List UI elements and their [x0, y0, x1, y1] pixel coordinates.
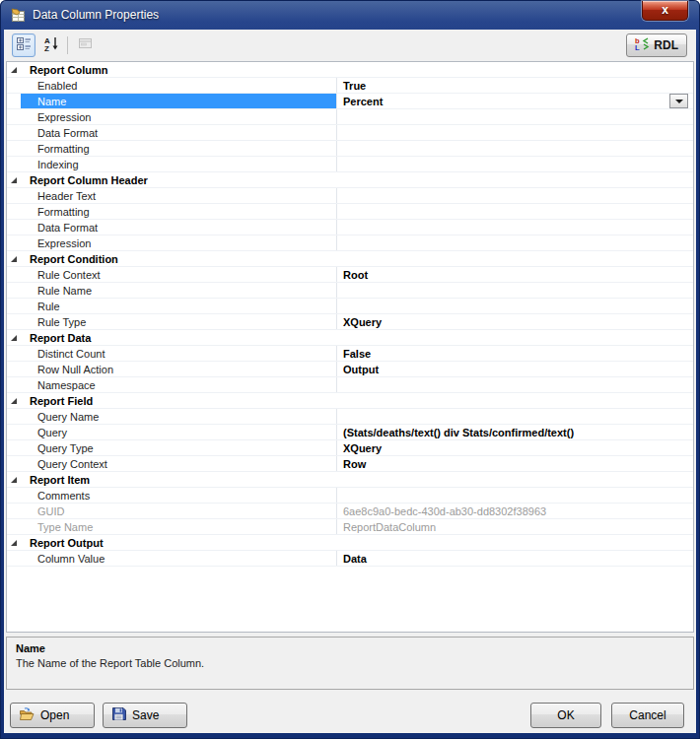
category-gutter — [7, 172, 21, 187]
property-value[interactable]: Root — [337, 267, 693, 282]
rdl-button-label: RDL — [654, 38, 678, 52]
property-row-distinct-count[interactable]: Distinct CountFalse — [7, 346, 693, 362]
property-grid[interactable]: Report ColumnEnabledTrueNamePercentExpre… — [6, 61, 694, 633]
property-row-query-context[interactable]: Query ContextRow — [7, 456, 693, 472]
expander-triangle-icon — [11, 398, 17, 404]
row-gutter — [7, 551, 21, 566]
row-gutter — [7, 78, 21, 93]
property-value[interactable] — [337, 125, 693, 140]
property-value[interactable]: XQuery — [337, 440, 693, 455]
property-label: Rule Context — [21, 267, 337, 282]
property-row-row-null-action[interactable]: Row Null ActionOutput — [7, 362, 693, 377]
category-gutter — [7, 62, 21, 77]
property-value[interactable]: 6ae8c9a0-bedc-430d-ab30-dd8302f38963 — [337, 504, 693, 518]
property-value[interactable]: Row — [337, 456, 693, 471]
category-row-report-data[interactable]: Report Data — [7, 330, 693, 346]
row-gutter — [7, 141, 21, 156]
property-label: Expression — [21, 235, 337, 250]
property-row-name[interactable]: NamePercent — [7, 94, 693, 109]
property-row-rule[interactable]: Rule — [7, 299, 693, 314]
property-label: Formatting — [21, 141, 337, 156]
property-row-namespace[interactable]: Namespace — [7, 377, 693, 393]
property-row-data-format[interactable]: Data Format — [7, 220, 693, 235]
category-row-report-condition[interactable]: Report Condition — [7, 251, 693, 267]
category-row-report-field[interactable]: Report Field — [7, 393, 693, 409]
property-row-expression[interactable]: Expression — [7, 109, 693, 125]
property-row-formatting[interactable]: Formatting — [7, 141, 693, 157]
row-gutter — [7, 409, 21, 424]
row-gutter — [7, 346, 21, 361]
property-value[interactable]: Percent — [337, 94, 693, 108]
property-value[interactable] — [337, 299, 693, 313]
row-gutter — [7, 109, 21, 124]
category-row-report-output[interactable]: Report Output — [7, 535, 693, 551]
row-gutter — [7, 204, 21, 219]
categorized-view-button[interactable] — [12, 34, 35, 57]
row-gutter — [7, 314, 21, 329]
dropdown-button[interactable] — [669, 94, 688, 108]
property-value[interactable]: False — [337, 346, 693, 361]
category-gutter — [7, 330, 21, 345]
category-row-report-column[interactable]: Report Column — [7, 62, 693, 78]
property-row-data-format[interactable]: Data Format — [7, 125, 693, 141]
property-value[interactable]: True — [337, 78, 693, 93]
property-value[interactable]: XQuery — [337, 314, 693, 329]
property-value[interactable] — [337, 220, 693, 235]
property-value[interactable] — [337, 157, 693, 171]
property-row-column-value[interactable]: Column ValueData — [7, 551, 693, 567]
property-value[interactable] — [337, 377, 693, 392]
property-row-query[interactable]: Query(Stats/deaths/text() div Stats/conf… — [7, 425, 693, 440]
save-button[interactable]: Save — [103, 703, 187, 728]
row-gutter — [7, 488, 21, 503]
ok-button-label: OK — [557, 708, 574, 722]
property-value[interactable] — [337, 188, 693, 203]
property-row-rule-name[interactable]: Rule Name — [7, 283, 693, 299]
property-value[interactable]: Output — [337, 362, 693, 376]
property-value[interactable]: (Stats/deaths/text() div Stats/confirmed… — [337, 425, 693, 439]
property-row-guid[interactable]: GUID6ae8c9a0-bedc-430d-ab30-dd8302f38963 — [7, 504, 693, 519]
alphabetical-sort-button[interactable]: A Z — [39, 34, 63, 57]
property-row-formatting[interactable]: Formatting — [7, 204, 693, 220]
ok-button[interactable]: OK — [530, 703, 601, 728]
category-row-report-item[interactable]: Report Item — [7, 472, 693, 488]
property-label: Type Name — [21, 519, 337, 534]
open-folder-icon — [19, 707, 35, 724]
property-value[interactable] — [337, 235, 693, 250]
property-value[interactable] — [337, 109, 693, 124]
property-label: Column Value — [21, 551, 337, 566]
row-gutter — [7, 425, 21, 439]
property-value[interactable] — [337, 409, 693, 424]
dialog-client-area: A Z — [4, 30, 696, 733]
row-gutter — [7, 504, 21, 518]
close-button[interactable]: x — [642, 1, 688, 21]
expander-triangle-icon — [11, 67, 17, 73]
rdl-button[interactable]: b L RDL — [626, 34, 687, 57]
category-row-report-column-header[interactable]: Report Column Header — [7, 172, 693, 188]
property-value[interactable] — [337, 488, 693, 503]
property-value[interactable]: ReportDataColumn — [337, 519, 693, 534]
cancel-button[interactable]: Cancel — [611, 703, 684, 728]
property-row-expression[interactable]: Expression — [7, 235, 693, 251]
title-bar[interactable]: Data Column Properties x — [0, 0, 700, 30]
row-gutter — [7, 125, 21, 140]
property-label: Query Context — [21, 456, 337, 471]
property-value[interactable] — [337, 204, 693, 219]
row-gutter — [7, 157, 21, 171]
property-label: Rule — [21, 299, 337, 313]
dialog-window: Data Column Properties x — [0, 0, 700, 739]
property-row-query-name[interactable]: Query Name — [7, 409, 693, 425]
property-value[interactable]: Data — [337, 551, 693, 566]
row-gutter — [7, 188, 21, 203]
property-value[interactable] — [337, 283, 693, 298]
property-row-rule-context[interactable]: Rule ContextRoot — [7, 267, 693, 283]
property-row-rule-type[interactable]: Rule TypeXQuery — [7, 314, 693, 330]
open-button[interactable]: Open — [10, 703, 95, 728]
property-label: GUID — [21, 504, 337, 518]
property-row-comments[interactable]: Comments — [7, 488, 693, 504]
property-value[interactable] — [337, 141, 693, 156]
property-row-query-type[interactable]: Query TypeXQuery — [7, 440, 693, 456]
property-row-type-name[interactable]: Type NameReportDataColumn — [7, 519, 693, 535]
property-row-enabled[interactable]: EnabledTrue — [7, 78, 693, 94]
property-row-indexing[interactable]: Indexing — [7, 157, 693, 172]
property-row-header-text[interactable]: Header Text — [7, 188, 693, 204]
